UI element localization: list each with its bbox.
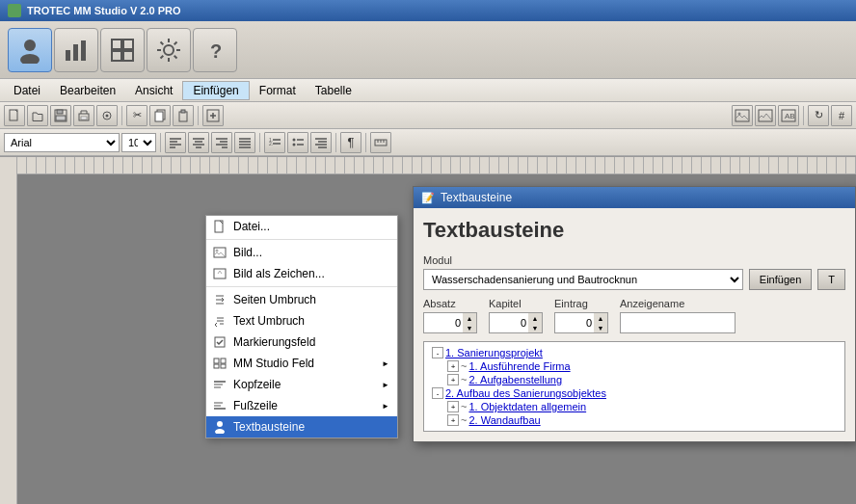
svg-rect-6 (123, 40, 133, 49)
print-button[interactable] (73, 105, 94, 126)
absatz-down[interactable]: ▼ (463, 323, 476, 332)
dropdown-item-markierungsfeld[interactable]: Markierungsfeld (206, 332, 397, 353)
font-size-select[interactable]: 10 (121, 133, 156, 152)
menu-bearbeiten[interactable]: Bearbeiten (50, 82, 125, 99)
tree-link-sanierungsprojekt[interactable]: 1. Sanierungsprojekt (445, 347, 543, 358)
menu-datei[interactable]: Datei (4, 82, 50, 99)
grid-button[interactable] (100, 28, 145, 72)
align-right-button[interactable] (211, 132, 232, 153)
dropdown-item-kopfzeile[interactable]: Kopfzeile ► (206, 374, 397, 395)
svg-rect-8 (123, 51, 133, 61)
paste-button[interactable] (173, 105, 194, 126)
kapitel-down[interactable]: ▼ (528, 323, 542, 332)
svg-rect-4 (81, 40, 86, 61)
help-button[interactable]: ? (193, 28, 237, 72)
tree-item-wandaufbau[interactable]: + ~ 2. Wandaufbau (428, 413, 841, 427)
tree-toggle-aufgabe[interactable]: + (447, 374, 459, 385)
align-justify-button[interactable] (234, 132, 255, 153)
kapitel-input[interactable] (490, 313, 528, 332)
tree-item-aufgabenstellung[interactable]: + ~ 2. Aufgabenstellung (428, 373, 841, 386)
menu-einfuegen[interactable]: Einfügen (182, 81, 249, 100)
tree-item-objektdaten[interactable]: + ~ 1. Objektdaten allgemein (428, 400, 841, 413)
menu-tabelle[interactable]: Tabelle (306, 82, 361, 99)
svg-rect-2 (66, 50, 70, 61)
app-title: TROTEC MM Studio V 2.0 PRO (27, 5, 181, 16)
refresh-button[interactable]: ↻ (808, 105, 829, 126)
kopfzeile-icon (212, 377, 227, 392)
separator-5 (259, 133, 260, 152)
svg-rect-69 (221, 358, 226, 363)
dropdown-item-mm-studio-feld[interactable]: MM Studio Feld ► (206, 353, 397, 374)
top-ruler (17, 157, 856, 174)
insert-button[interactable] (202, 105, 224, 126)
menu-ansicht[interactable]: Ansicht (125, 82, 182, 99)
dropdown-item-datei[interactable]: Datei... (206, 216, 397, 237)
tree-toggle-objekt[interactable]: + (447, 401, 459, 412)
cut-button[interactable]: ✂ (126, 105, 147, 126)
sep-1 (206, 239, 397, 240)
modul-select[interactable]: Wasserschadensanierung und Bautrocknun (423, 269, 743, 290)
align-left-button[interactable] (165, 132, 186, 153)
anzeigename-input[interactable] (620, 312, 736, 333)
tree-toggle-sanierungsprojekt[interactable]: - (432, 347, 443, 358)
save-button[interactable] (50, 105, 71, 126)
align-center-button[interactable] (188, 132, 209, 153)
absatz-up[interactable]: ▲ (463, 313, 476, 323)
eintrag-down[interactable]: ▼ (594, 323, 607, 332)
tree-item-ausfuehrende-firma[interactable]: + ~ 1. Ausführende Firma (428, 359, 841, 373)
tree-link-wand[interactable]: 2. Wandaufbau (468, 414, 540, 426)
tree-link-aufbau[interactable]: 2. Aufbau des Sanierungsobjektes (445, 387, 606, 399)
dropdown-item-seiten-umbruch[interactable]: Seiten Umbruch (206, 289, 397, 310)
modul-label: Modul (423, 254, 845, 266)
tree-link-objekt[interactable]: 1. Objektdaten allgemein (468, 401, 586, 412)
dropdown-item-bild[interactable]: Bild... (206, 242, 397, 263)
dropdown-item-fusszeile[interactable]: Fußzeile ► (206, 395, 397, 416)
sep-2 (206, 286, 397, 287)
absatz-input[interactable] (424, 313, 463, 332)
ruler-button[interactable] (370, 132, 391, 153)
tree-area[interactable]: - 1. Sanierungsprojekt + ~ 1. Ausführend… (423, 341, 845, 432)
textbausteine-icon (212, 419, 227, 435)
img-button3[interactable]: AB (778, 105, 799, 126)
svg-rect-22 (181, 110, 185, 113)
document-area[interactable]: Datei... Bild... Bild als Zeichen... (17, 157, 856, 504)
list-num-button[interactable]: 1.2. (264, 132, 285, 153)
einfuegen-button[interactable]: Einfügen (749, 269, 812, 290)
img-insert-button[interactable] (732, 105, 753, 126)
eintrag-up[interactable]: ▲ (594, 313, 607, 323)
kapitel-spinbox-btns: ▲ ▼ (528, 313, 542, 332)
eintrag-input[interactable] (555, 313, 594, 332)
tree-tilde-2: ~ (461, 374, 467, 385)
font-name-select[interactable]: Arial (4, 133, 120, 152)
absatz-group: Absatz ▲ ▼ (423, 298, 477, 333)
tree-toggle-ausfuehrende[interactable]: + (447, 360, 459, 372)
kapitel-up[interactable]: ▲ (528, 313, 542, 323)
tree-link-ausfuehrende[interactable]: 1. Ausführende Firma (468, 360, 570, 372)
tree-link-aufgabe[interactable]: 2. Aufgabenstellung (468, 374, 562, 385)
hash-button[interactable]: # (831, 105, 852, 126)
indent-button[interactable] (310, 132, 332, 153)
svg-point-51 (293, 143, 296, 146)
list-bullet-button[interactable] (287, 132, 308, 153)
menu-format[interactable]: Format (250, 82, 306, 99)
open-button[interactable] (27, 105, 48, 126)
person-button[interactable] (8, 28, 52, 72)
copy-button[interactable] (149, 105, 171, 126)
dropdown-item-textbausteine[interactable]: Textbausteine (206, 416, 397, 438)
t-button[interactable]: T (817, 269, 845, 290)
img-button2[interactable] (755, 105, 776, 126)
tree-toggle-wand[interactable]: + (447, 414, 459, 426)
tree-toggle-aufbau[interactable]: - (432, 387, 443, 399)
svg-point-79 (215, 429, 225, 434)
svg-point-49 (293, 138, 296, 141)
chart-button[interactable] (54, 28, 98, 72)
dropdown-item-bild-zeichen[interactable]: Bild als Zeichen... (206, 263, 397, 284)
dropdown-item-text-umbruch[interactable]: Text Umbruch (206, 310, 397, 332)
ruler-marks (17, 157, 856, 173)
tree-item-sanierungsprojekt[interactable]: - 1. Sanierungsprojekt (428, 346, 841, 359)
settings-button[interactable] (147, 28, 191, 72)
new-button[interactable] (4, 105, 25, 126)
pilcrow-button[interactable]: ¶ (340, 132, 361, 153)
preview-button[interactable] (96, 105, 118, 126)
tree-item-aufbau[interactable]: - 2. Aufbau des Sanierungsobjektes (428, 386, 841, 400)
